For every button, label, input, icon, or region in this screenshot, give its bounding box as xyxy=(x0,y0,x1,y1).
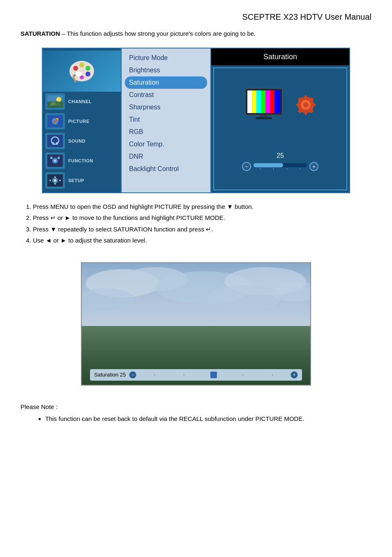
minus-button[interactable]: − xyxy=(242,162,251,171)
svg-rect-41 xyxy=(270,90,274,113)
menu-contrast[interactable]: Contrast xyxy=(122,89,210,101)
sidebar-item-channel[interactable]: CHANNEL xyxy=(43,92,121,111)
sound-label: SOUND xyxy=(68,139,85,143)
page-title: SCEPTRE X23 HDTV User Manual xyxy=(242,12,371,21)
picture-icon xyxy=(45,113,65,129)
svg-point-29 xyxy=(54,179,56,182)
photo-slider-thumb[interactable] xyxy=(210,372,217,378)
photo-tick-2 xyxy=(184,374,184,376)
menu-tint[interactable]: Tint xyxy=(122,113,210,126)
svg-rect-48 xyxy=(304,95,307,99)
menu-picture-mode[interactable]: Picture Mode xyxy=(122,52,210,64)
instructions-list: Press MENU to open the OSD and highlight… xyxy=(21,201,371,246)
sidebar-item-function[interactable]: FUNCTION xyxy=(43,151,121,171)
slider-ticks xyxy=(254,168,307,170)
menu-brightness[interactable]: Brightness xyxy=(122,64,210,76)
function-icon-svg xyxy=(47,155,63,167)
tick-1 xyxy=(260,168,261,170)
svg-point-62 xyxy=(208,284,282,310)
sidebar-item-setup[interactable]: SETUP xyxy=(43,171,121,190)
instructions-section: Press MENU to open the OSD and highlight… xyxy=(21,201,371,246)
plus-button[interactable]: + xyxy=(309,162,318,171)
page-header: SCEPTRE X23 HDTV User Manual xyxy=(21,12,371,22)
slider-value: 25 xyxy=(220,152,340,159)
sound-icon-svg xyxy=(47,135,63,147)
tv-gear-icon-area xyxy=(243,86,317,123)
svg-rect-39 xyxy=(261,90,265,113)
slider-section: 25 − + xyxy=(220,152,340,171)
setup-icon-svg xyxy=(47,174,63,187)
palette-icon-area xyxy=(43,51,121,92)
svg-rect-43 xyxy=(260,115,268,117)
svg-point-1 xyxy=(73,66,78,71)
picture-label: PICTURE xyxy=(68,119,90,124)
svg-point-26 xyxy=(58,157,60,159)
tv-icon xyxy=(243,86,293,123)
svg-rect-31 xyxy=(54,183,56,185)
svg-rect-37 xyxy=(252,90,256,113)
svg-rect-32 xyxy=(49,180,51,181)
right-content: 25 − + xyxy=(213,67,347,190)
instruction-4: Use ◄ or ► to adjust the saturation leve… xyxy=(33,235,371,246)
menu-backlight[interactable]: Backlight Control xyxy=(122,163,210,175)
landscape-photo: Saturation 25 − + xyxy=(81,262,311,386)
svg-rect-33 xyxy=(59,180,61,181)
osd-sidebar: CHANNEL PICTURE xyxy=(43,49,121,192)
menu-saturation[interactable]: Saturation xyxy=(125,76,207,89)
slider-fill xyxy=(254,163,283,167)
note-title: Please Note : xyxy=(21,402,371,412)
menu-rgb[interactable]: RGB xyxy=(122,126,210,138)
intro-bold: SATURATION xyxy=(21,30,60,37)
svg-rect-49 xyxy=(304,111,307,115)
setup-label: SETUP xyxy=(68,178,84,183)
svg-rect-36 xyxy=(247,90,252,113)
sidebar-item-picture[interactable]: PICTURE xyxy=(43,111,121,131)
channel-icon xyxy=(45,93,65,110)
intro-rest: – This function adjusts how strong your … xyxy=(60,30,256,37)
sound-icon xyxy=(45,133,65,149)
function-icon xyxy=(45,153,65,169)
svg-point-24 xyxy=(54,159,56,162)
osd-right-panel: Saturation xyxy=(211,49,349,192)
setup-icon xyxy=(45,172,65,189)
slider-track xyxy=(254,163,307,167)
svg-rect-44 xyxy=(256,117,272,119)
photo-minus-button[interactable]: − xyxy=(129,371,136,379)
function-label: FUNCTION xyxy=(68,158,93,163)
menu-sharpness[interactable]: Sharpness xyxy=(122,101,210,113)
svg-rect-20 xyxy=(52,142,54,145)
svg-point-3 xyxy=(85,66,90,71)
photo-slider-bar: Saturation 25 − + xyxy=(90,369,302,381)
gear-icon xyxy=(295,94,317,116)
menu-color-temp[interactable]: Color Temp. xyxy=(122,138,210,150)
svg-point-47 xyxy=(303,102,308,107)
svg-point-6 xyxy=(76,72,82,76)
osd-ui: CHANNEL PICTURE xyxy=(42,48,350,193)
osd-menu: Picture Mode Brightness Saturation Contr… xyxy=(121,49,211,192)
svg-rect-40 xyxy=(265,90,270,113)
photo-plus-button[interactable]: + xyxy=(291,371,298,379)
tick-4 xyxy=(300,168,300,170)
tick-3 xyxy=(287,168,287,170)
note-item-1: This function can be reset back to defau… xyxy=(45,414,371,424)
menu-dnr[interactable]: DNR xyxy=(122,150,210,163)
svg-point-11 xyxy=(56,97,61,102)
photo-tick-5 xyxy=(272,374,273,376)
instruction-3: Press ▼ repeatedly to select SATURATION … xyxy=(33,224,371,235)
note-list: This function can be reset back to defau… xyxy=(21,414,371,424)
right-title: Saturation xyxy=(211,49,349,65)
channel-landscape-icon xyxy=(47,95,63,108)
instruction-1: Press MENU to open the OSD and highlight… xyxy=(33,201,371,212)
clouds-svg xyxy=(82,263,310,330)
photo-slider-label: Saturation 25 xyxy=(94,372,126,378)
svg-rect-38 xyxy=(256,90,261,113)
svg-rect-50 xyxy=(296,104,300,106)
svg-rect-51 xyxy=(312,104,316,106)
picture-icon-svg xyxy=(47,115,63,127)
svg-point-2 xyxy=(79,62,84,67)
tick-2 xyxy=(273,168,274,170)
note-section: Please Note : This function can be reset… xyxy=(21,402,371,424)
svg-point-25 xyxy=(50,157,53,159)
sidebar-item-sound[interactable]: SOUND xyxy=(43,131,121,151)
svg-rect-21 xyxy=(56,142,58,145)
